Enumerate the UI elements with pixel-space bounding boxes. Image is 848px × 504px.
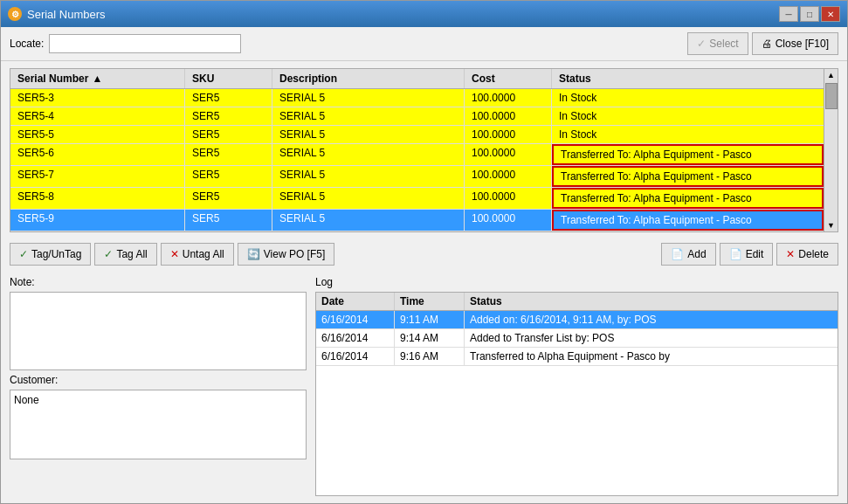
table-row[interactable]: SER5-8 SER5 SERIAL 5 100.0000 Transferre…	[10, 188, 824, 210]
table-header: Serial Number ▲ SKU Description Cost Sta…	[10, 69, 824, 89]
cell-status: Transferred To: Alpha Equipment - Pasco	[552, 210, 824, 231]
cell-sku: SER5	[185, 188, 272, 209]
cell-description: SERIAL 5	[272, 89, 465, 107]
log-row[interactable]: 6/16/2014 9:14 AM Added to Transfer List…	[316, 329, 838, 348]
table-row[interactable]: SER5-3 SER5 SERIAL 5 100.0000 In Stock	[10, 89, 824, 107]
view-po-icon: 🔄	[247, 248, 260, 260]
log-cell-time: 9:14 AM	[395, 329, 465, 347]
cell-status: In Stock	[552, 126, 824, 143]
add-button[interactable]: 📄 Add	[661, 243, 715, 266]
untag-icon: ✕	[170, 248, 179, 260]
cell-cost: 100.0000	[465, 107, 552, 125]
app-icon: ⚙	[8, 7, 22, 21]
delete-button[interactable]: ✕ Delete	[776, 243, 838, 266]
note-section: Note: Customer: None	[10, 276, 307, 496]
close-f10-button[interactable]: 🖨 Close [F10]	[752, 32, 838, 55]
action-bar: ✓ Tag/UnTag ✓ Tag All ✕ Untag All 🔄 View…	[10, 239, 838, 269]
cell-description: SERIAL 5	[272, 144, 465, 165]
edit-button[interactable]: 📄 Edit	[720, 243, 774, 266]
log-cell-status: Added on: 6/16/2014, 9:11 AM, by: POS	[465, 311, 838, 328]
bottom-area: Note: Customer: None Log Date Time Statu…	[10, 276, 838, 496]
cell-sku: SER5	[185, 166, 272, 187]
log-row[interactable]: 6/16/2014 9:16 AM Transferred to Alpha E…	[316, 348, 838, 366]
cell-serial: SER5-7	[10, 166, 185, 187]
cell-sku: SER5	[185, 210, 272, 231]
view-po-button[interactable]: 🔄 View PO [F5]	[238, 243, 334, 266]
log-col-status: Status	[465, 293, 838, 310]
note-label: Note:	[10, 276, 307, 288]
log-label: Log	[315, 276, 838, 288]
log-cell-time: 9:11 AM	[395, 311, 465, 328]
col-description: Description	[272, 69, 465, 88]
cell-sku: SER5	[185, 144, 272, 165]
cell-cost: 100.0000	[465, 144, 552, 165]
check-tag-icon: ✓	[19, 248, 28, 260]
cell-description: SERIAL 5	[272, 107, 465, 125]
table-row[interactable]: SER5-7 SER5 SERIAL 5 100.0000 Transferre…	[10, 166, 824, 188]
col-status: Status	[552, 69, 824, 88]
title-bar-left: ⚙ Serial Numbers	[8, 7, 106, 21]
tag-all-icon: ✓	[104, 248, 113, 260]
cell-serial: SER5-8	[10, 188, 185, 209]
cell-status: Transferred To: Alpha Equipment - Pasco	[552, 188, 824, 209]
cell-cost: 100.0000	[465, 126, 552, 143]
cell-status: In Stock	[552, 89, 824, 107]
cell-serial: SER5-6	[10, 144, 185, 165]
tag-all-button[interactable]: ✓ Tag All	[94, 243, 156, 266]
table-row[interactable]: SER5-9 SER5 SERIAL 5 100.0000 Transferre…	[10, 210, 824, 231]
table-row[interactable]: SER5-6 SER5 SERIAL 5 100.0000 Transferre…	[10, 144, 824, 166]
log-section: Log Date Time Status 6/16/2014 9:11 AM A…	[315, 276, 838, 496]
check-icon: ✓	[697, 38, 706, 50]
toolbar-left: Locate:	[10, 34, 241, 53]
content-area: Serial Number ▲ SKU Description Cost Sta…	[1, 61, 847, 503]
col-serial-number: Serial Number ▲	[10, 69, 185, 88]
toolbar: Locate: ✓ Select 🖨 Close [F10]	[1, 27, 847, 61]
locate-label: Locate:	[10, 38, 44, 50]
sort-asc-icon: ▲	[92, 72, 102, 85]
log-table: Date Time Status 6/16/2014 9:11 AM Added…	[315, 292, 838, 496]
table-row[interactable]: SER5-4 SER5 SERIAL 5 100.0000 In Stock	[10, 107, 824, 126]
cell-description: SERIAL 5	[272, 166, 465, 187]
serial-table-container: Serial Number ▲ SKU Description Cost Sta…	[10, 68, 838, 232]
cell-sku: SER5	[185, 107, 272, 125]
cell-serial: SER5-3	[10, 89, 185, 107]
scroll-up-arrow[interactable]: ▲	[825, 69, 838, 81]
log-cell-status: Transferred to Alpha Equipment - Pasco b…	[465, 348, 838, 365]
close-doc-icon: 🖨	[762, 38, 772, 50]
cell-serial: SER5-4	[10, 107, 185, 125]
log-row[interactable]: 6/16/2014 9:11 AM Added on: 6/16/2014, 9…	[316, 311, 838, 329]
cell-sku: SER5	[185, 89, 272, 107]
locate-input[interactable]	[49, 34, 241, 53]
col-cost: Cost	[465, 69, 552, 88]
action-left: ✓ Tag/UnTag ✓ Tag All ✕ Untag All 🔄 View…	[10, 243, 334, 266]
cell-status: Transferred To: Alpha Equipment - Pasco	[552, 144, 824, 165]
select-button[interactable]: ✓ Select	[687, 32, 748, 55]
cell-cost: 100.0000	[465, 89, 552, 107]
log-col-date: Date	[316, 293, 395, 310]
untag-all-button[interactable]: ✕ Untag All	[161, 243, 234, 266]
cell-cost: 100.0000	[465, 166, 552, 187]
action-right: 📄 Add 📄 Edit ✕ Delete	[661, 243, 838, 266]
log-cell-date: 6/16/2014	[316, 311, 395, 328]
customer-value: None	[14, 394, 39, 406]
table-scrollbar[interactable]: ▲ ▼	[824, 69, 838, 231]
scroll-thumb[interactable]	[825, 83, 838, 109]
title-bar-controls: ─ □ ✕	[779, 6, 840, 22]
add-icon: 📄	[671, 248, 684, 260]
log-cell-date: 6/16/2014	[316, 348, 395, 365]
scroll-down-arrow[interactable]: ▼	[825, 219, 838, 231]
cell-status: In Stock	[552, 107, 824, 125]
title-bar: ⚙ Serial Numbers ─ □ ✕	[1, 1, 847, 27]
minimize-button[interactable]: ─	[779, 6, 798, 22]
maximize-button[interactable]: □	[800, 6, 819, 22]
cell-serial: SER5-9	[10, 210, 185, 231]
log-cell-time: 9:16 AM	[395, 348, 465, 365]
serial-numbers-window: ⚙ Serial Numbers ─ □ ✕ Locate: ✓ Select …	[0, 0, 848, 504]
table-row[interactable]: SER5-5 SER5 SERIAL 5 100.0000 In Stock	[10, 126, 824, 144]
log-cell-status: Added to Transfer List by: POS	[465, 329, 838, 347]
note-textarea[interactable]	[10, 292, 307, 370]
delete-icon: ✕	[786, 248, 795, 260]
tag-untag-button[interactable]: ✓ Tag/UnTag	[10, 243, 91, 266]
close-button[interactable]: ✕	[821, 6, 840, 22]
log-body: 6/16/2014 9:11 AM Added on: 6/16/2014, 9…	[316, 311, 838, 366]
